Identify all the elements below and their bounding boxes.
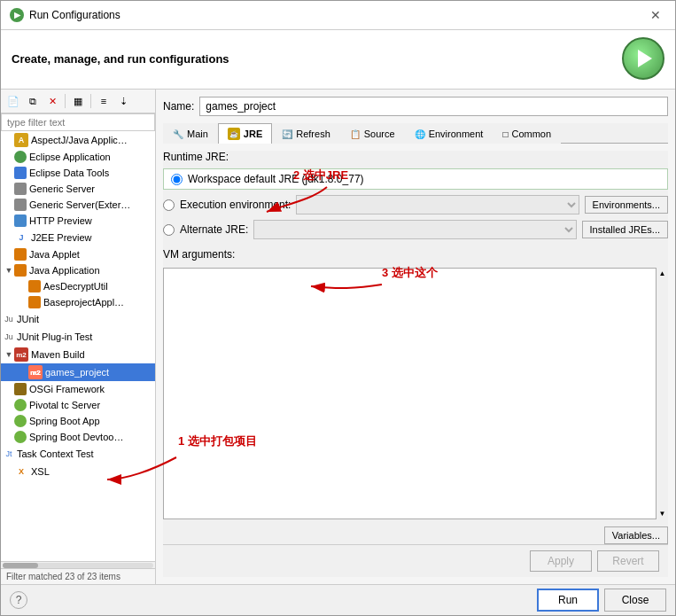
link-button[interactable]: ⇣ [114,92,132,110]
tree-item-label: Maven Build [31,349,85,360]
scroll-thumb [3,563,38,568]
tab-jre-label: JRE [244,129,262,139]
execution-env-label[interactable]: Execution environment: [180,199,291,211]
tab-source[interactable]: 📋 Source [340,123,405,144]
revert-button[interactable]: Revert [597,550,659,572]
scrollbar-down-icon[interactable]: ▼ [659,510,666,518]
installed-jres-button[interactable]: Installed JREs... [582,221,668,238]
run-configuration-button[interactable] [622,37,664,80]
tree-item-label: games_project [45,367,109,378]
java-applet-icon [14,248,27,261]
eclipse-app-icon [14,151,27,163]
expand-icon [4,467,13,476]
main-content: 📄 ⧉ ✕ ▦ ≡ ⇣ A AspectJ/Java Applic… [1,90,675,584]
tree-item-osgi[interactable]: OSGi Framework [1,381,155,397]
variables-button[interactable]: Variables... [604,526,668,544]
tree-item-pivotal[interactable]: Pivotal tc Server [1,397,155,413]
maven-icon: m2 [14,347,28,362]
jre-content: Runtime JRE: Workspace default JRE (jdk1… [163,151,668,544]
tree-item-http-preview[interactable]: HTTP Preview [1,213,155,229]
expand-icon [4,401,13,409]
tree-item-base[interactable]: BaseprojectAppl… [1,294,155,310]
pivotal-icon [14,399,27,411]
tree-item-task-context[interactable]: Jt Task Context Test [1,445,155,463]
horizontal-scrollbar[interactable] [1,561,155,568]
tree-item-junit[interactable]: Ju JUnit [1,310,155,328]
delete-button[interactable]: ✕ [43,92,61,110]
tab-jre[interactable]: ☕ JRE [218,123,272,144]
vm-args-textarea[interactable] [163,268,668,519]
tab-environment[interactable]: 🌐 Environment [405,123,493,144]
expand-icon [4,216,13,225]
execution-env-radio[interactable] [163,199,175,211]
alternate-jre-select[interactable] [253,220,576,239]
tab-refresh[interactable]: 🔄 Refresh [272,123,340,144]
tab-source-label: Source [364,129,395,139]
osgi-icon [14,383,27,395]
filter-button[interactable]: ▦ [69,92,87,110]
name-row: Name: [163,97,668,116]
alternate-jre-radio[interactable] [163,224,175,236]
apply-button[interactable]: Apply [530,550,592,572]
environments-button[interactable]: Environments... [585,196,668,214]
filter-input[interactable] [1,113,155,131]
alternate-jre-label[interactable]: Alternate JRE: [180,223,248,236]
expand-icon [19,282,27,291]
vm-args-label: VM arguments: [163,248,668,261]
tree-item-label: Java Applet [29,249,80,260]
tree-item-junit-plugin[interactable]: Ju JUnit Plug-in Test [1,328,155,346]
collapse-button[interactable]: ≡ [95,92,113,110]
workspace-jre-row: Workspace default JRE (jdk1.8.0_77) [163,168,668,190]
tree-item-aspectj[interactable]: A AspectJ/Java Applic… [1,131,155,149]
expand-icon [19,298,27,307]
refresh-tab-icon: 🔄 [282,129,292,139]
tree-item-xsl[interactable]: X XSL [1,463,155,480]
expand-icon: Ju [4,315,13,324]
j2ee-icon: J [14,230,28,245]
close-button[interactable]: Close [604,589,666,612]
tree-item-eclipse-app[interactable]: Eclipse Application [1,149,155,165]
http-icon [14,214,27,227]
tree-item-aes[interactable]: AesDecryptUtil [1,278,155,294]
close-window-button[interactable]: ✕ [645,6,666,24]
source-tab-icon: 📋 [350,129,361,139]
expand-icon: Ju [4,332,13,341]
tab-main[interactable]: 🔧 Main [163,123,218,144]
tree-item-j2ee[interactable]: J J2EE Preview [1,229,155,246]
tree-item-java-application[interactable]: ▼ Java Application [1,262,155,278]
tree-item-java-applet[interactable]: Java Applet [1,246,155,262]
run-button[interactable]: Run [537,589,599,612]
tree-item-maven-build[interactable]: ▼ m2 Maven Build [1,346,155,363]
config-name-input[interactable] [199,97,668,116]
help-button[interactable]: ? [10,591,27,609]
workspace-jre-radio[interactable] [171,174,183,185]
tree-item-games-project[interactable]: m2 games_project [1,363,155,381]
duplicate-button[interactable]: ⧉ [24,92,42,110]
footer: ? Run Close [1,584,675,615]
execution-env-select[interactable] [296,195,579,214]
expand-icon [4,385,13,394]
main-tab-icon: 🔧 [173,129,183,139]
workspace-jre-label[interactable]: Workspace default JRE (jdk1.8.0_77) [188,173,364,185]
tab-refresh-label: Refresh [296,129,330,139]
header-title: Create, manage, and run configurations [12,52,229,66]
expand-icon [4,417,13,425]
tree-item-generic-server[interactable]: Generic Server [1,181,155,197]
env-tab-icon: 🌐 [415,129,425,139]
name-label: Name: [163,100,194,113]
tree-item-spring-devtools[interactable]: Spring Boot Devtoo… [1,429,155,445]
alternate-jre-row: Alternate JRE: Installed JREs... [163,220,668,239]
separator2 [90,94,91,108]
new-config-button[interactable]: 📄 [4,92,22,110]
expand-icon [4,152,13,161]
tree-item-label: JUnit Plug-in Test [17,331,92,342]
aspectj-icon: A [14,133,28,147]
runtime-jre-label: Runtime JRE: [163,151,668,163]
tree-item-spring-boot[interactable]: Spring Boot App [1,413,155,429]
scrollbar-up-icon[interactable]: ▲ [659,269,666,277]
tree-item-eclipse-data[interactable]: Eclipse Data Tools [1,165,155,181]
tree-item-label: XSL [31,466,50,477]
tree-item-generic-server-ext[interactable]: Generic Server(Exter… [1,197,155,213]
tab-common[interactable]: □ Common [493,123,561,144]
tree-item-label: JUnit [17,314,39,324]
